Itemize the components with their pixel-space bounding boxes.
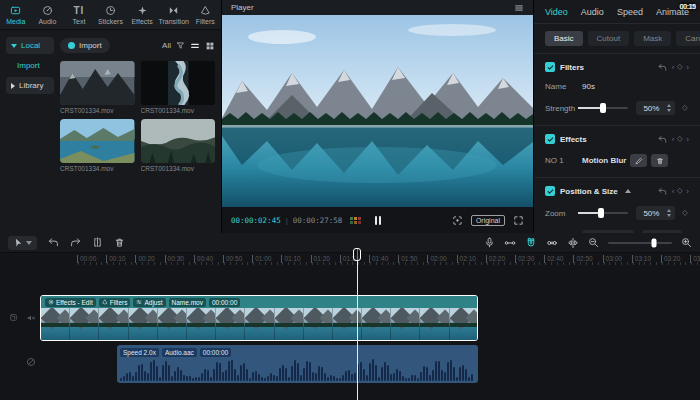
media-clip-card[interactable]: 00:39 CRST001334.mov <box>141 61 216 114</box>
ruler-tick: 01:20 <box>311 255 330 263</box>
stepper-icon[interactable] <box>667 104 675 112</box>
list-view-icon[interactable] <box>190 41 200 51</box>
tab-speed[interactable]: Speed <box>617 7 643 17</box>
keyframe-icon[interactable] <box>681 104 689 112</box>
filter-name-value[interactable]: 90s <box>582 82 595 91</box>
filters-checkbox[interactable] <box>545 62 555 72</box>
track-mute-icon[interactable] <box>26 313 36 323</box>
waveform-bar <box>360 362 362 381</box>
sidebar-item-library[interactable]: Library <box>6 77 54 94</box>
zoom-value-box[interactable]: 50% <box>636 206 675 220</box>
scopes-icon[interactable] <box>350 217 361 224</box>
clip-thumbnail <box>60 119 135 163</box>
focus-fit-icon[interactable] <box>452 215 463 226</box>
waveform-bar <box>324 373 326 382</box>
keyframe-icon[interactable] <box>681 209 689 217</box>
magnet-snap-button[interactable] <box>525 237 537 249</box>
keyframe-icon[interactable]: ‹› <box>672 187 689 196</box>
subtab-canvas[interactable]: Canvas <box>676 31 700 46</box>
ribbon-tab-stickers[interactable]: Stickers <box>95 0 127 29</box>
grid-view-icon[interactable] <box>205 41 215 51</box>
effects-checkbox[interactable] <box>545 134 555 144</box>
waveform-bar <box>405 378 407 382</box>
waveform-bar <box>174 371 176 381</box>
player-menu-icon[interactable] <box>514 3 524 13</box>
subtab-mask[interactable]: Mask <box>634 31 671 46</box>
mirror-split-button[interactable] <box>567 237 579 249</box>
timeline-zoom-in-button[interactable] <box>681 237 692 248</box>
filmstrip-frame <box>187 308 216 341</box>
select-tool-button[interactable] <box>8 236 37 250</box>
inspector-subtabs: Basic Cutout Mask Canvas <box>534 24 700 53</box>
media-clip-card[interactable]: 03:21 CRST001334.mov <box>60 61 135 114</box>
strength-value-box[interactable]: 50% <box>636 101 675 115</box>
delete-effect-button[interactable] <box>651 154 668 167</box>
audio-clip[interactable]: Speed 2.0x Audio.aac 00:00:00 <box>117 345 478 383</box>
record-voiceover-button[interactable] <box>484 237 495 248</box>
video-editor-app: Media Audio TI Text Stickers Effects <box>0 0 700 400</box>
zoom-slider[interactable] <box>578 212 628 214</box>
delete-button[interactable] <box>114 237 125 248</box>
reset-icon[interactable] <box>658 63 667 72</box>
filter-all-dropdown[interactable]: All <box>162 41 171 50</box>
keyframe-icon[interactable]: ‹› <box>672 135 689 144</box>
waveform-bar <box>408 378 410 381</box>
import-button[interactable]: Import <box>60 38 110 53</box>
ribbon-tab-filters[interactable]: Filters <box>189 0 221 29</box>
timeline-zoom-slider[interactable] <box>608 242 672 244</box>
ribbon-tab-transition[interactable]: Transition <box>158 0 190 29</box>
waveform-bar <box>471 374 473 381</box>
ribbon-tab-text[interactable]: TI Text <box>63 0 95 29</box>
redo-button[interactable] <box>70 237 81 248</box>
waveform-bar <box>270 373 272 381</box>
sidebar-item-local[interactable]: Local <box>6 37 54 54</box>
pause-button[interactable] <box>375 216 381 225</box>
waveform-bar <box>135 372 137 381</box>
strength-slider[interactable] <box>578 107 628 109</box>
position-checkbox[interactable] <box>545 186 555 196</box>
subtab-cutout[interactable]: Cutout <box>588 31 630 46</box>
subtab-basic[interactable]: Basic <box>545 31 583 46</box>
reset-icon[interactable] <box>658 135 667 144</box>
split-button[interactable] <box>92 237 103 248</box>
video-preview[interactable] <box>222 15 533 207</box>
ribbon-tab-media[interactable]: Media <box>0 0 32 29</box>
timeline-ruler[interactable]: 00:0000:1000:2000:3000:4000:5001:0001:10… <box>0 253 700 266</box>
filmstrip-frame <box>450 308 478 341</box>
playhead-handle[interactable] <box>353 248 361 261</box>
tab-audio[interactable]: Audio <box>581 7 604 17</box>
tab-video[interactable]: Video <box>545 7 568 17</box>
timeline-zoom-out-button[interactable] <box>588 237 599 248</box>
text-icon: TI <box>74 5 85 16</box>
waveform-bar <box>327 377 329 381</box>
link-clips-button[interactable] <box>546 237 558 249</box>
collapse-icon[interactable] <box>625 189 631 193</box>
waveform-bar <box>300 375 302 381</box>
media-clip-card[interactable]: 00:15 CRST001334.mov <box>141 119 216 172</box>
waveform-bar <box>243 363 245 381</box>
preview-frame <box>222 15 533 207</box>
video-clip[interactable]: Effects - Edit Filters Adjust Name.mov 0… <box>40 295 478 341</box>
ribbon-tab-effects[interactable]: Effects <box>126 0 158 29</box>
edit-effect-button[interactable] <box>630 154 647 167</box>
total-duration: 00:00:27:58 <box>293 216 343 225</box>
audio-track-mute-icon[interactable] <box>26 357 36 367</box>
waveform-bar <box>465 369 467 381</box>
undo-button[interactable] <box>48 237 59 248</box>
track-cover-icon[interactable] <box>9 313 18 322</box>
reset-icon[interactable] <box>658 187 667 196</box>
sidebar-item-import[interactable]: Import <box>6 61 54 70</box>
stepper-icon[interactable] <box>667 209 675 217</box>
sort-filter-icon[interactable] <box>176 41 185 50</box>
fullscreen-icon[interactable] <box>513 215 524 226</box>
media-clip-card[interactable]: 00:19 CRST001334.mov <box>60 119 135 172</box>
ribbon-tab-audio[interactable]: Audio <box>32 0 64 29</box>
waveform-bar <box>321 367 323 381</box>
playhead[interactable] <box>357 248 358 400</box>
keyframe-pair-icon[interactable] <box>504 237 516 249</box>
ribbon-label: Stickers <box>98 18 123 25</box>
original-quality-button[interactable]: Original <box>471 215 505 226</box>
ribbon-label: Filters <box>196 18 215 25</box>
ruler-tick: 02:10 <box>457 255 476 263</box>
keyframe-icon[interactable]: ‹› <box>672 63 689 72</box>
